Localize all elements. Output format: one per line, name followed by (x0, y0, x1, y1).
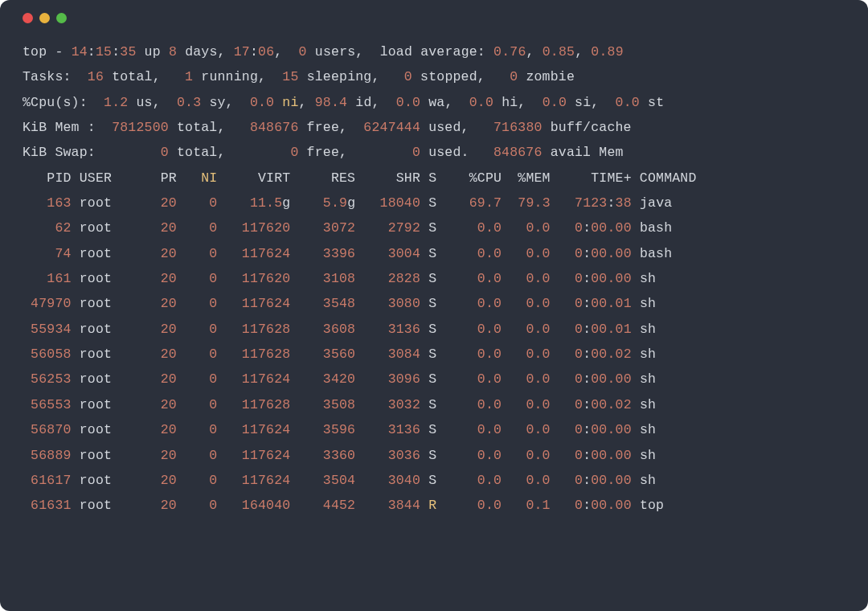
process-row: 62 root 20 0 117620 3072 2792 S 0.0 0.0 … (23, 215, 845, 240)
hdr-virt: VIRT (226, 170, 299, 186)
window-controls (23, 0, 845, 39)
cell-mem: 0.0 (510, 322, 559, 337)
cell-user: root (80, 498, 129, 513)
cell-time: 0 (575, 498, 583, 513)
cell-res: 4452 (299, 498, 364, 513)
tasks-stopped: 0 (404, 69, 412, 84)
process-row: 55934 root 20 0 117628 3608 3136 S 0.0 0… (23, 317, 845, 342)
cell-shr: 3136 (363, 322, 428, 337)
cell-pid: 56870 (23, 422, 80, 437)
cell-shr: 3844 (363, 498, 428, 513)
cell-res: 3560 (299, 347, 364, 362)
cell-time: 0 (575, 220, 583, 236)
cell-ni: 0 (185, 220, 226, 236)
cell-ni: 0 (185, 347, 226, 362)
cell-state: S (428, 322, 452, 337)
cell-mem: 79.3 (510, 195, 559, 211)
process-row: 56870 root 20 0 117624 3596 3136 S 0.0 0… (23, 417, 845, 442)
cell-ni: 0 (185, 296, 226, 311)
cell-mem: 0.0 (510, 347, 559, 362)
cell-mem: 0.0 (510, 448, 559, 463)
cell-res: 3608 (299, 322, 364, 337)
cell-pid: 55934 (23, 322, 80, 337)
time-hh: 14 (72, 44, 88, 59)
hdr-user: USER (80, 170, 129, 186)
cell-user: root (80, 195, 129, 211)
terminal-output: top - 14:15:35 up 8 days, 17:06, 0 users… (23, 39, 845, 519)
summary-tasks: Tasks: 16 total, 1 running, 15 sleeping,… (23, 64, 845, 89)
cell-time: 0 (575, 296, 583, 311)
cell-pid: 56253 (23, 371, 80, 387)
cell-user: root (80, 296, 129, 311)
cell-res: 3596 (299, 422, 364, 437)
cell-user: root (80, 422, 129, 437)
cell-virt: 117624 (226, 473, 299, 488)
cell-pid: 56058 (23, 347, 80, 362)
cell-cpu: 0.0 (452, 220, 510, 236)
cell-pr: 20 (128, 371, 185, 387)
hdr-pid: PID (23, 170, 80, 186)
cell-time: 0 (575, 271, 583, 286)
cell-res: 3548 (299, 296, 364, 311)
cell-pid: 56553 (23, 397, 80, 412)
process-row: 56553 root 20 0 117628 3508 3032 S 0.0 0… (23, 392, 845, 417)
summary-cpu: %Cpu(s): 1.2 us, 0.3 sy, 0.0 ni, 98.4 id… (23, 90, 845, 115)
hdr-res: RES (299, 170, 364, 186)
process-row: 56058 root 20 0 117628 3560 3084 S 0.0 0… (23, 342, 845, 367)
uptime-h: 17 (234, 44, 250, 59)
summary-swap: KiB Swap: 0 total, 0 free, 0 used. 84867… (23, 140, 845, 165)
cell-state: S (428, 296, 452, 311)
cell-pid: 61631 (23, 498, 80, 513)
cell-ni: 0 (185, 448, 226, 463)
cell-user: root (80, 220, 129, 236)
cell-pr: 20 (128, 448, 185, 463)
cell-ni: 0 (185, 371, 226, 387)
minimize-icon[interactable] (39, 13, 50, 23)
uptime-days: 8 (169, 44, 177, 59)
cell-pr: 20 (128, 271, 185, 286)
process-header: PID USER PR NI VIRT RES SHR S %CPU %MEM … (23, 166, 845, 191)
cell-time: 0 (575, 371, 583, 387)
hdr-pr: PR (128, 170, 185, 186)
tasks-running: 1 (185, 69, 193, 84)
cell-time: 0 (575, 347, 583, 362)
cell-mem: 0.0 (510, 473, 559, 488)
cell-state: S (428, 347, 452, 362)
cell-cpu: 0.0 (452, 473, 510, 488)
cell-cmd: sh (640, 347, 656, 362)
cpu-si: 0.0 (542, 95, 567, 110)
load-1: 0.76 (493, 44, 526, 59)
process-row: 74 root 20 0 117624 3396 3004 S 0.0 0.0 … (23, 241, 845, 266)
cell-user: root (80, 246, 129, 261)
cell-cmd: bash (640, 220, 672, 236)
cell-user: root (80, 371, 129, 387)
zoom-icon[interactable] (56, 13, 67, 23)
cell-cpu: 0.0 (452, 371, 510, 387)
cell-cmd: sh (640, 448, 656, 463)
cell-cpu: 0.0 (452, 296, 510, 311)
hdr-time: TIME+ (559, 170, 640, 186)
load-5: 0.85 (542, 44, 575, 59)
cell-user: root (80, 271, 129, 286)
cell-virt: 117624 (226, 246, 299, 261)
cell-cmd: sh (640, 422, 656, 437)
cell-cmd: sh (640, 271, 656, 286)
cell-time: 0 (575, 473, 583, 488)
cell-pr: 20 (128, 195, 185, 211)
cell-user: root (80, 322, 129, 337)
cell-cmd: java (640, 195, 672, 211)
cell-cpu: 0.0 (452, 347, 510, 362)
process-row: 47970 root 20 0 117624 3548 3080 S 0.0 0… (23, 291, 845, 316)
swap-avail: 848676 (493, 145, 542, 160)
summary-mem: KiB Mem : 7812500 total, 848676 free, 62… (23, 115, 845, 140)
cell-res: 5.9 (299, 195, 348, 211)
cell-cpu: 0.0 (452, 246, 510, 261)
cell-pr: 20 (128, 296, 185, 311)
tasks-zombie: 0 (510, 69, 518, 84)
swap-used: 0 (412, 145, 420, 160)
cell-time: 7123 (575, 195, 607, 211)
cell-time: 0 (575, 422, 583, 437)
cell-cpu: 0.0 (452, 271, 510, 286)
label-top: top - (23, 44, 72, 59)
close-icon[interactable] (23, 13, 33, 23)
